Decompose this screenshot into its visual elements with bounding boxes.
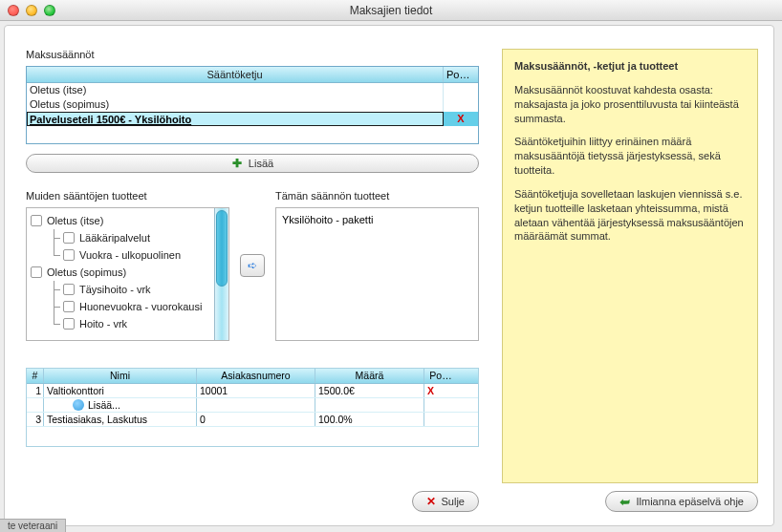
- payers-col-po[interactable]: Po…: [424, 369, 457, 383]
- rule-row-selected[interactable]: Palveluseteli 1500€ - Yksilöhoito X: [27, 112, 478, 126]
- checkbox[interactable]: [31, 215, 42, 226]
- rules-col-chain[interactable]: Sääntöketju: [27, 67, 444, 82]
- payers-table: # Nimi Asiakasnumero Määrä Po… 1 Valtiok…: [26, 368, 479, 447]
- other-rules-tree: Oletus (itse) Lääkäripalvelut Vuokra - u…: [26, 207, 229, 341]
- tree-item[interactable]: Vuokra - ulkopuolinen: [44, 246, 212, 264]
- checkbox[interactable]: [63, 249, 75, 261]
- tree-branch-icon: [48, 298, 61, 315]
- checkbox[interactable]: [63, 318, 75, 330]
- delete-payer-icon[interactable]: X: [424, 384, 457, 397]
- rules-col-po[interactable]: Po…: [444, 67, 478, 82]
- add-payer-icon[interactable]: [73, 399, 84, 411]
- payers-col-num[interactable]: #: [27, 369, 44, 383]
- this-rule-products-list[interactable]: Yksilöhoito - paketti: [275, 207, 479, 341]
- tree-branch-icon: [48, 281, 61, 298]
- x-icon: ✕: [426, 495, 436, 508]
- window-title: Maksajien tiedot: [0, 4, 782, 17]
- rule-row[interactable]: Oletus (itse): [27, 83, 478, 97]
- tree-group[interactable]: Oletus (sopimus): [29, 264, 212, 281]
- payers-col-name[interactable]: Nimi: [44, 369, 197, 383]
- checkbox[interactable]: [63, 284, 75, 295]
- rule-row[interactable]: Oletus (sopimus): [27, 97, 478, 112]
- other-rules-products-label: Muiden sääntöjen tuotteet: [26, 190, 229, 202]
- rules-label: Maksusäännöt: [26, 49, 479, 60]
- payer-row[interactable]: 3 Testiasiakas, Laskutus 0 100.0%: [27, 413, 478, 427]
- tree-item[interactable]: Huonevuokra - vuorokausi: [44, 298, 212, 315]
- background-tab[interactable]: te veteraani: [0, 519, 66, 532]
- close-button[interactable]: ✕ Sulje: [412, 491, 479, 512]
- arrow-right-icon: ➪: [248, 259, 257, 272]
- window-content: Maksusäännöt Sääntöketju Po… Oletus (its…: [4, 25, 774, 526]
- delete-rule-icon[interactable]: X: [444, 112, 478, 126]
- scrollbar[interactable]: [214, 208, 228, 340]
- checkbox[interactable]: [63, 301, 75, 312]
- tree-branch-icon: [48, 229, 61, 246]
- tree-item[interactable]: Täysihoito - vrk: [44, 281, 212, 298]
- tree-item[interactable]: Hoito - vrk: [44, 315, 212, 332]
- list-item[interactable]: Yksilöhoito - paketti: [282, 214, 472, 225]
- report-unclear-guide-button[interactable]: ➥ Ilmianna epäselvä ohje: [605, 491, 758, 512]
- help-panel: Maksusäännöt, -ketjut ja tuotteet Maksus…: [502, 49, 758, 483]
- payers-col-asnum[interactable]: Asiakasnumero: [197, 369, 315, 383]
- checkbox[interactable]: [63, 232, 75, 244]
- payer-row[interactable]: 1 Valtiokonttori 10001 1500.0€ X: [27, 384, 478, 398]
- add-rule-button[interactable]: ✚ Lisää: [26, 154, 479, 173]
- rules-table: Sääntöketju Po… Oletus (itse) Oletus (so…: [26, 66, 479, 144]
- report-icon: ➥: [619, 495, 630, 509]
- empty-rows: [27, 427, 478, 446]
- tree-branch-icon: [48, 315, 61, 332]
- help-title: Maksusäännöt, -ketjut ja tuotteet: [514, 59, 746, 74]
- help-paragraph: Sääntöketjuja sovelletaan laskujen vienn…: [514, 187, 746, 244]
- tree-branch-icon: [48, 246, 61, 264]
- scrollbar-thumb[interactable]: [216, 210, 228, 287]
- this-rule-products-label: Tämän säännön tuotteet: [275, 190, 479, 202]
- help-paragraph: Maksusäännöt koostuvat kahdesta osasta: …: [514, 83, 746, 126]
- tree-group[interactable]: Oletus (itse): [29, 212, 212, 229]
- plus-icon: ✚: [231, 158, 243, 169]
- help-paragraph: Sääntöketjuihin liittyy erinäinen määrä …: [514, 135, 746, 178]
- payers-col-amount[interactable]: Määrä: [315, 369, 424, 383]
- move-right-button[interactable]: ➪: [240, 254, 265, 277]
- titlebar: Maksajien tiedot: [0, 0, 782, 21]
- payer-add-row[interactable]: Lisää...: [27, 398, 478, 413]
- checkbox[interactable]: [31, 266, 42, 278]
- tree-item[interactable]: Lääkäripalvelut: [44, 229, 212, 246]
